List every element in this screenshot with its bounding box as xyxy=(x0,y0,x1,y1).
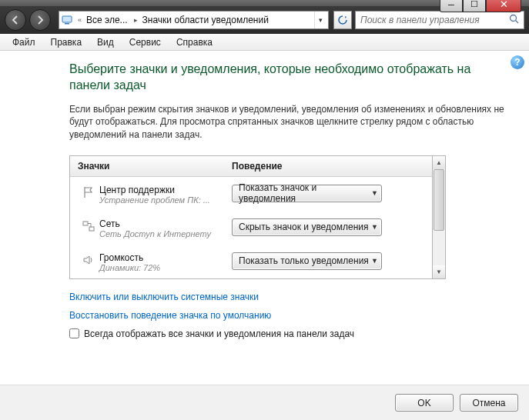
menu-edit[interactable]: Правка xyxy=(45,35,89,49)
menu-bar: Файл Правка Вид Сервис Справка xyxy=(0,34,529,51)
select-value: Показать только уведомления xyxy=(239,255,369,266)
chevron-down-icon: ▼ xyxy=(371,257,378,265)
behavior-select[interactable]: Скрыть значок и уведомления ▼ xyxy=(232,218,382,236)
scroll-up-button[interactable]: ▲ xyxy=(433,156,445,169)
item-title: Центр поддержки xyxy=(99,185,232,195)
page-description: Если выбран режим скрытия значков и увед… xyxy=(69,103,512,142)
column-behavior: Поведение xyxy=(232,161,282,172)
item-subtitle: Динамики: 72% xyxy=(99,263,232,272)
svg-rect-1 xyxy=(65,23,69,25)
close-button[interactable]: ✕ xyxy=(486,0,521,12)
back-button[interactable] xyxy=(5,9,26,31)
chevron-right-icon: ▸ xyxy=(132,16,139,24)
breadcrumb-seg-2[interactable]: Значки области уведомлений xyxy=(139,12,273,28)
scrollbar[interactable]: ▲ ▼ xyxy=(433,155,446,279)
select-value: Показать значок и уведомления xyxy=(239,182,371,204)
link-restore-default[interactable]: Восстановить поведение значка по умолчан… xyxy=(69,310,512,321)
content-area: ? Выберите значки и уведомления, которые… xyxy=(0,51,529,385)
menu-service[interactable]: Сервис xyxy=(123,35,167,49)
flag-icon xyxy=(78,185,99,198)
select-value: Скрыть значок и уведомления xyxy=(239,222,368,232)
control-panel-icon xyxy=(61,14,73,26)
arrow-right-icon xyxy=(35,15,45,25)
item-title: Громкость xyxy=(99,252,232,263)
network-icon xyxy=(78,218,99,232)
refresh-icon xyxy=(337,15,348,25)
scroll-down-button[interactable]: ▼ xyxy=(433,265,445,278)
scroll-track[interactable] xyxy=(433,169,445,265)
always-show-label: Всегда отображать все значки и уведомлен… xyxy=(84,328,354,339)
svg-point-2 xyxy=(511,15,517,22)
item-subtitle: Устранение проблем ПК: ... xyxy=(99,195,232,205)
svg-rect-5 xyxy=(89,227,94,231)
menu-view[interactable]: Вид xyxy=(91,35,120,49)
address-bar[interactable]: « Все эле... ▸ Значки области уведомлени… xyxy=(59,11,329,29)
minimize-button[interactable]: ─ xyxy=(440,0,463,12)
scroll-thumb[interactable] xyxy=(434,169,444,231)
always-show-row[interactable]: Всегда отображать все значки и уведомлен… xyxy=(69,328,512,339)
search-icon xyxy=(507,14,521,26)
forward-button[interactable] xyxy=(29,9,51,31)
arrow-left-icon xyxy=(11,15,20,25)
always-show-checkbox[interactable] xyxy=(69,328,79,338)
search-box[interactable] xyxy=(355,11,524,29)
behavior-select[interactable]: Показать значок и уведомления ▼ xyxy=(232,185,382,202)
refresh-button[interactable] xyxy=(333,11,352,29)
menu-file[interactable]: Файл xyxy=(6,35,42,49)
column-icons: Значки xyxy=(78,161,232,172)
help-icon[interactable]: ? xyxy=(511,55,524,69)
link-system-icons[interactable]: Включить или выключить системные значки xyxy=(69,292,512,302)
svg-rect-4 xyxy=(83,222,88,225)
item-subtitle: Сеть Доступ к Интернету xyxy=(99,229,232,238)
svg-rect-0 xyxy=(62,16,72,22)
item-title: Сеть xyxy=(99,218,232,229)
footer: OK Отмена xyxy=(0,385,529,420)
volume-icon xyxy=(78,252,99,266)
page-title: Выберите значки и уведомления, которые н… xyxy=(69,62,512,94)
cancel-button[interactable]: Отмена xyxy=(460,394,518,412)
behavior-select[interactable]: Показать только уведомления ▼ xyxy=(232,252,382,270)
maximize-button[interactable]: ☐ xyxy=(463,0,486,12)
list-item: Громкость Динамики: 72% Показать только … xyxy=(70,245,432,278)
menu-help[interactable]: Справка xyxy=(170,35,219,49)
chevron-down-icon: ▼ xyxy=(371,189,378,197)
icons-panel: Значки Поведение Центр поддержки Устране… xyxy=(69,155,433,279)
search-input[interactable] xyxy=(359,14,507,26)
list-item: Центр поддержки Устранение проблем ПК: .… xyxy=(70,177,432,211)
chevron-left-icon: « xyxy=(76,16,83,24)
breadcrumb-seg-1[interactable]: Все эле... xyxy=(83,12,132,28)
ok-button[interactable]: OK xyxy=(395,394,454,412)
address-dropdown[interactable]: ▾ xyxy=(314,12,326,28)
svg-line-3 xyxy=(516,21,519,24)
list-item: Сеть Сеть Доступ к Интернету Скрыть знач… xyxy=(70,211,432,245)
chevron-down-icon: ▼ xyxy=(371,223,378,231)
